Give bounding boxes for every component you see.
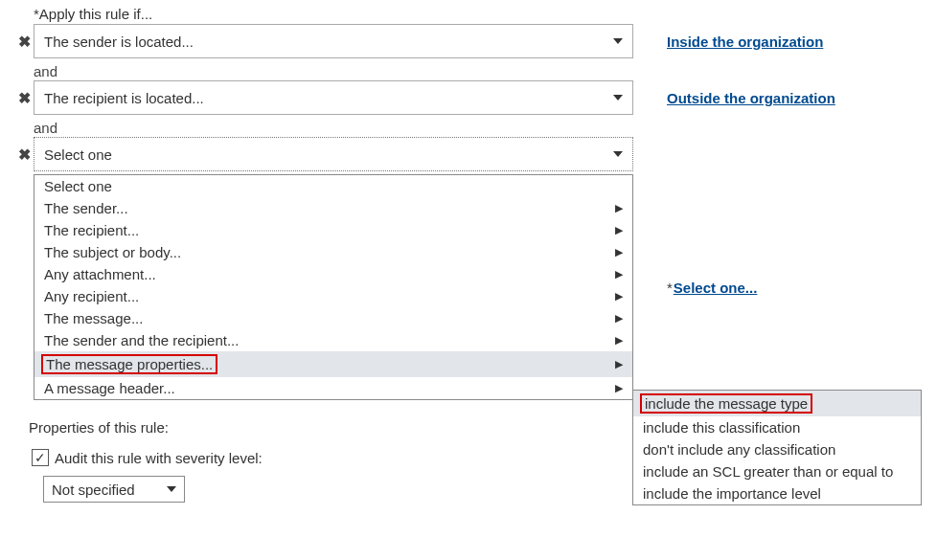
- condition-3-dropdown[interactable]: Select one: [34, 137, 633, 171]
- condition-1-value[interactable]: Inside the organization: [667, 34, 823, 50]
- chevron-right-icon: ▶: [615, 334, 623, 347]
- properties-title: Properties of this rule:: [14, 419, 633, 436]
- menu-item-9[interactable]: A message header...▶: [34, 377, 632, 399]
- submenu-item-label: include an SCL greater than or equal to: [643, 463, 893, 480]
- required-star: *: [667, 280, 673, 296]
- caret-down-icon: [167, 486, 176, 492]
- menu-item-3[interactable]: The subject or body...▶: [34, 241, 632, 263]
- chevron-right-icon: ▶: [615, 224, 623, 236]
- submenu-item-label: include the message type: [640, 393, 812, 414]
- submenu-item-1[interactable]: include this classification: [633, 416, 921, 438]
- submenu-item-label: don't include any classification: [643, 441, 835, 458]
- caret-down-icon: [613, 95, 623, 101]
- menu-item-label: Select one: [44, 178, 112, 194]
- condition-2-value[interactable]: Outside the organization: [667, 90, 835, 106]
- chevron-right-icon: ▶: [615, 268, 623, 280]
- condition-1-label: The sender is located...: [44, 34, 194, 50]
- submenu-item-3[interactable]: include an SCL greater than or equal to: [633, 460, 921, 482]
- menu-item-1[interactable]: The sender...▶: [34, 197, 632, 219]
- submenu-item-label: include the importance level: [643, 485, 821, 502]
- audit-checkbox[interactable]: ✓: [32, 449, 49, 466]
- condition-2-label: The recipient is located...: [44, 90, 204, 106]
- audit-label: Audit this rule with severity level:: [55, 450, 263, 466]
- menu-item-2[interactable]: The recipient...▶: [34, 219, 632, 241]
- submenu-item-4[interactable]: include the importance level: [633, 482, 921, 503]
- menu-item-5[interactable]: Any recipient...▶: [34, 285, 632, 307]
- severity-value: Not specified: [52, 482, 135, 498]
- condition-3-value[interactable]: Select one...: [674, 280, 758, 296]
- condition-menu[interactable]: Select oneThe sender...▶The recipient...…: [34, 174, 633, 400]
- menu-item-label: The recipient...: [44, 222, 139, 238]
- apply-rule-label: *Apply this rule if...: [14, 4, 937, 22]
- menu-item-0[interactable]: Select one: [34, 175, 632, 197]
- menu-item-label: A message header...: [44, 380, 175, 396]
- and-label-1: and: [34, 61, 937, 80]
- caret-down-icon: [613, 38, 623, 44]
- menu-item-label: The sender...: [44, 200, 128, 216]
- menu-item-label: Any recipient...: [44, 288, 139, 304]
- condition-1-dropdown[interactable]: The sender is located...: [34, 24, 633, 58]
- remove-condition-3[interactable]: ✖: [14, 145, 34, 164]
- menu-item-6[interactable]: The message...▶: [34, 307, 632, 329]
- menu-item-label: The message properties...: [41, 354, 217, 374]
- severity-dropdown[interactable]: Not specified: [43, 476, 185, 503]
- chevron-right-icon: ▶: [615, 382, 623, 394]
- and-label-2: and: [34, 118, 937, 137]
- condition-3-label: Select one: [44, 146, 112, 163]
- submenu-item-2[interactable]: don't include any classification: [633, 438, 921, 460]
- submenu-item-0[interactable]: include the message type: [633, 391, 921, 416]
- menu-item-7[interactable]: The sender and the recipient...▶: [34, 329, 632, 351]
- condition-submenu[interactable]: include the message typeinclude this cla…: [632, 390, 922, 503]
- menu-item-label: The sender and the recipient...: [44, 332, 239, 348]
- chevron-right-icon: ▶: [615, 290, 623, 302]
- chevron-right-icon: ▶: [615, 202, 623, 214]
- caret-down-icon: [613, 151, 623, 157]
- remove-condition-1[interactable]: ✖: [14, 32, 34, 51]
- submenu-item-label: include this classification: [643, 419, 800, 436]
- menu-item-label: The subject or body...: [44, 244, 181, 260]
- menu-item-label: Any attachment...: [44, 266, 156, 282]
- menu-item-8[interactable]: The message properties...▶: [34, 351, 632, 377]
- menu-item-4[interactable]: Any attachment...▶: [34, 263, 632, 285]
- chevron-right-icon: ▶: [615, 246, 623, 258]
- chevron-right-icon: ▶: [615, 358, 623, 370]
- remove-condition-2[interactable]: ✖: [14, 88, 34, 107]
- chevron-right-icon: ▶: [615, 312, 623, 325]
- condition-2-dropdown[interactable]: The recipient is located...: [34, 80, 633, 115]
- menu-item-label: The message...: [44, 310, 143, 326]
